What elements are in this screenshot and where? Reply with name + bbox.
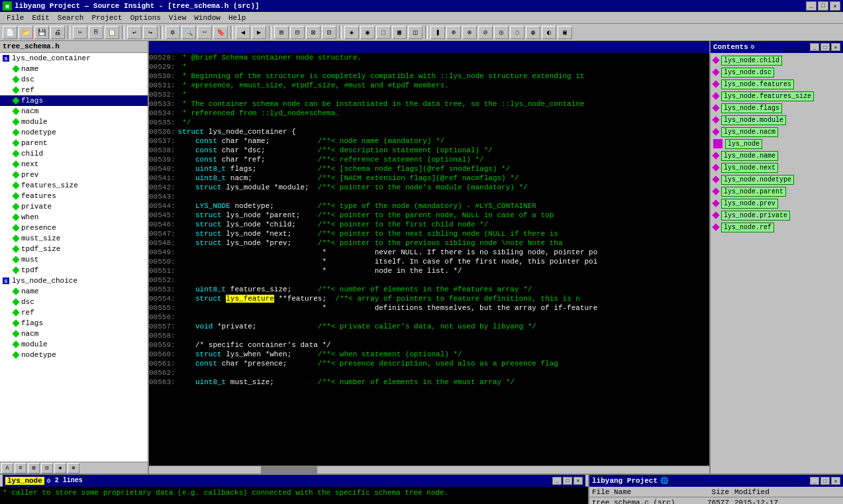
toolbar-b4[interactable]: ⊡ [322,26,336,39]
contents-item[interactable]: lys_node.nodetype [712,174,842,185]
contents-item[interactable]: lys_node.private [712,209,842,221]
contents-item[interactable]: lys_node.ref [712,221,842,233]
minimize-button[interactable]: _ [806,1,817,11]
tree-item-prev[interactable]: prev [0,170,148,180]
toolbar-back[interactable]: ◀ [236,26,250,39]
toolbar-save[interactable]: 💾 [34,26,49,39]
toolbar-b1[interactable]: ⊞ [274,26,289,39]
menu-edit[interactable]: Edit [28,14,53,22]
tree-item-lys_node_choice[interactable]: Slys_node_choice [0,276,148,286]
menu-project[interactable]: Project [87,14,126,22]
toolbar-copy[interactable]: ⎘ [89,26,103,39]
tree-item-dsc2[interactable]: dsc [0,297,148,307]
toolbar-search[interactable]: 🔍 [181,26,196,39]
contents-item[interactable]: lys_node [712,138,842,150]
contents-item[interactable]: lys_node.child [712,54,842,66]
tree-item-nodetype2[interactable]: nodetype [0,350,148,360]
menu-options[interactable]: Options [126,14,165,22]
tree-item-ref2[interactable]: ref [0,307,148,318]
tree-item-flags[interactable]: flags [0,95,148,106]
toolbar-open[interactable]: 📂 [19,26,33,39]
tree-container[interactable]: Slys_node_containernamedscrefflagsnacmmo… [0,53,148,462]
tree-item-must[interactable]: must [0,254,148,265]
tree-item-name[interactable]: name [0,64,148,74]
bottom-code-area[interactable]: * caller to store some proprietary data … [0,487,588,504]
tree-item-must_size[interactable]: must_size [0,233,148,244]
toolbar-b3[interactable]: ⊠ [306,26,321,39]
bottom-right-minimize[interactable]: _ [810,477,819,485]
contents-item[interactable]: lys_node.flags [712,102,842,114]
tree-item-nodetype[interactable]: nodetype [0,127,148,138]
tree-item-when[interactable]: when [0,212,148,223]
tree-item-nacm[interactable]: nacm [0,106,148,117]
tree-item-lys_node_container[interactable]: Slys_node_container [0,53,148,64]
tree-item-child[interactable]: child [0,148,148,159]
toolbar-paste[interactable]: 📋 [105,26,119,39]
contents-maximize[interactable]: □ [820,43,830,51]
maximize-button[interactable]: □ [818,1,828,11]
toolbar-forward[interactable]: ▶ [252,26,266,39]
contents-item[interactable]: lys_node.module [712,114,842,126]
tree-item-parent[interactable]: parent [0,138,148,148]
tree-toolbar-b4[interactable]: ◈ [54,463,66,474]
toolbar-b16[interactable]: ◍ [526,26,540,39]
tree-item-dsc[interactable]: dsc [0,74,148,85]
toolbar-b17[interactable]: ◐ [542,26,556,39]
contents-item[interactable]: lys_node.features_size [712,90,842,102]
toolbar-b13[interactable]: ⊘ [478,26,493,39]
contents-minimize[interactable]: _ [810,43,819,51]
toolbar-b9[interactable]: ◫ [408,26,422,39]
toolbar-new[interactable]: 📄 [3,26,17,39]
toolbar-b11[interactable]: ⊕ [446,26,461,39]
contents-item[interactable]: lys_node.features [712,78,842,90]
tree-item-flags2[interactable]: flags [0,318,148,328]
bottom-right-close[interactable]: ✕ [831,477,840,485]
toolbar-bookmark[interactable]: 🔖 [213,26,228,39]
toolbar-b8[interactable]: ▦ [392,26,407,39]
contents-item[interactable]: lys_node.name [712,150,842,162]
tree-item-module[interactable]: module [0,117,148,127]
bottom-right-maximize[interactable]: □ [820,477,830,485]
toolbar-b14[interactable]: ◎ [494,26,509,39]
bottom-left-minimize[interactable]: _ [552,477,562,485]
toolbar-print[interactable]: 🖨 [50,26,65,39]
tree-item-features[interactable]: features [0,191,148,201]
contents-item[interactable]: lys_node.prev [712,197,842,209]
toolbar-b2[interactable]: ⊟ [290,26,305,39]
toolbar-b7[interactable]: ⬚ [376,26,391,39]
toolbar-b15[interactable]: ◌ [510,26,524,39]
toolbar-build[interactable]: ⚙ [166,26,180,39]
contents-item[interactable]: lys_node.next [712,162,842,174]
code-area[interactable]: 00528: * @brief Schema container node st… [149,53,709,466]
toolbar-replace[interactable]: ↔ [197,26,212,39]
tree-item-features_size[interactable]: features_size [0,180,148,191]
file-table[interactable]: File Name Size Modified tree_schema.c (s… [589,487,843,504]
menu-help[interactable]: Help [224,14,250,22]
contents-item[interactable]: lys_node.parent [712,185,842,197]
menu-search[interactable]: Search [54,14,88,22]
tree-toolbar-b1[interactable]: ≡ [15,463,26,474]
toolbar-undo[interactable]: ↩ [127,26,142,39]
toolbar-b18[interactable]: ▣ [558,26,572,39]
toolbar-b10[interactable]: ❚ [430,26,445,39]
tree-item-tpdf_size[interactable]: tpdf_size [0,244,148,254]
tree-item-private[interactable]: private [0,201,148,212]
tree-item-ref[interactable]: ref [0,85,148,95]
close-button[interactable]: ✕ [830,1,840,11]
tree-toolbar-b5[interactable]: ⊕ [68,463,79,474]
toolbar-b12[interactable]: ⊗ [462,26,477,39]
toolbar-b5[interactable]: ◈ [344,26,359,39]
menu-view[interactable]: View [165,14,190,22]
contents-close[interactable]: ✕ [831,43,840,51]
contents-item[interactable]: lys_node.nacm [712,126,842,138]
tree-toolbar-b2[interactable]: ⊞ [28,463,40,474]
tree-item-module2[interactable]: module [0,339,148,350]
toolbar-b6[interactable]: ◉ [360,26,375,39]
tree-item-next[interactable]: next [0,159,148,170]
menu-window[interactable]: Window [190,14,224,22]
contents-list[interactable]: lys_node.childlys_node.dsclys_node.featu… [711,53,843,474]
toolbar-redo[interactable]: ↪ [143,26,158,39]
tree-item-nacm2[interactable]: nacm [0,328,148,339]
contents-item[interactable]: lys_node.dsc [712,66,842,78]
tree-toolbar-b3[interactable]: ⊟ [41,463,53,474]
